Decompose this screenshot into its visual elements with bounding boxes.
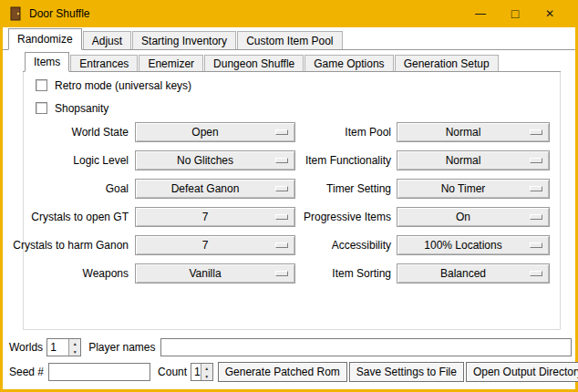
close-button[interactable]: ✕ xyxy=(532,0,567,27)
goal-value: Defeat Ganon xyxy=(171,182,240,195)
goal-label: Goal xyxy=(9,182,129,195)
progressive-items-value: On xyxy=(456,211,470,223)
dropdown-indicator-icon xyxy=(530,186,542,191)
logic-level-value: No Glitches xyxy=(177,154,233,167)
tab-generation-setup[interactable]: Generation Setup xyxy=(395,55,499,71)
tab-dungeon-shuffle[interactable]: Dungeon Shuffle xyxy=(204,55,304,71)
seed-row: Seed # Count 1 ▲ ▼ Generate Patched Rom … xyxy=(9,362,572,382)
item-pool-label: Item Pool xyxy=(256,126,391,139)
item-pool-value: Normal xyxy=(446,126,481,139)
crystals-open-gt-label: Crystals to open GT xyxy=(9,211,129,223)
weapons-value: Vanilla xyxy=(189,267,221,280)
minimize-button[interactable]: — xyxy=(463,0,498,27)
option-row: Timer Setting No Timer xyxy=(256,174,550,202)
shopsanity-label: Shopsanity xyxy=(55,102,108,115)
accessibility-label: Accessibility xyxy=(256,239,391,252)
items-pane: Retro mode (universal keys) Shopsanity W… xyxy=(23,72,561,330)
option-row: Crystals to open GT 7 xyxy=(9,202,295,231)
tab-game-options[interactable]: Game Options xyxy=(304,55,393,71)
timer-setting-value: No Timer xyxy=(441,182,486,195)
dropdown-indicator-icon xyxy=(530,242,542,248)
crystals-open-gt-value: 7 xyxy=(202,211,209,223)
logic-level-label: Logic Level xyxy=(9,154,129,167)
seed-input[interactable] xyxy=(48,363,150,381)
weapons-label: Weapons xyxy=(9,267,129,280)
timer-setting-dropdown[interactable]: No Timer xyxy=(397,179,550,199)
retro-mode-row: Retro mode (universal keys) xyxy=(36,77,191,93)
progressive-items-dropdown[interactable]: On xyxy=(397,207,550,227)
dropdown-indicator-icon xyxy=(530,271,542,276)
tab-adjust[interactable]: Adjust xyxy=(83,31,131,49)
option-row: Goal Defeat Ganon xyxy=(9,174,295,202)
seed-label: Seed # xyxy=(9,366,44,378)
item-sorting-dropdown[interactable]: Balanced xyxy=(397,263,550,284)
item-functionality-label: Item Functionality xyxy=(256,154,391,167)
item-sorting-label: Item Sorting xyxy=(256,267,391,280)
tab-enemizer[interactable]: Enemizer xyxy=(139,55,203,71)
count-value: 1 xyxy=(191,364,201,380)
window-title: Door Shuffle xyxy=(29,7,90,20)
window-content: Randomize Adjust Starting Inventory Cust… xyxy=(3,27,575,389)
option-row: Item Sorting Balanced xyxy=(256,259,550,287)
item-functionality-dropdown[interactable]: Normal xyxy=(397,150,550,170)
generate-patched-rom-button[interactable]: Generate Patched Rom xyxy=(218,362,347,382)
tab-randomize[interactable]: Randomize xyxy=(8,28,82,50)
spin-up-icon[interactable]: ▲ xyxy=(69,339,80,347)
worlds-label: Worlds xyxy=(9,341,43,354)
world-state-value: Open xyxy=(191,126,218,139)
maximize-button[interactable]: □ xyxy=(498,0,532,27)
dropdown-indicator-icon xyxy=(530,158,542,163)
timer-setting-label: Timer Setting xyxy=(256,182,391,195)
option-row: Progressive Items On xyxy=(256,202,550,231)
options-column-right: Item Pool Normal Item Functionality Norm… xyxy=(256,118,550,287)
worlds-row: Worlds 1 ▲ ▼ Player names xyxy=(9,337,572,357)
outer-tabstrip: Randomize Adjust Starting Inventory Cust… xyxy=(3,29,575,50)
save-settings-button[interactable]: Save Settings to File xyxy=(349,362,464,382)
retro-mode-label: Retro mode (universal keys) xyxy=(55,79,191,92)
options-column-left: World State Open Logic Level No Glitches xyxy=(9,118,295,287)
crystals-harm-ganon-label: Crystals to harm Ganon xyxy=(9,239,129,252)
tab-starting-inventory[interactable]: Starting Inventory xyxy=(132,31,236,49)
spin-down-icon[interactable]: ▼ xyxy=(201,372,212,380)
player-names-label: Player names xyxy=(88,341,155,354)
titlebar[interactable]: Door Shuffle — □ ✕ xyxy=(0,0,578,27)
option-row: Item Functionality Normal xyxy=(256,146,550,174)
item-pool-dropdown[interactable]: Normal xyxy=(397,122,550,142)
item-functionality-value: Normal xyxy=(446,154,481,167)
option-row: Crystals to harm Ganon 7 xyxy=(9,231,295,259)
inner-notebook: Items Entrances Enemizer Dungeon Shuffle… xyxy=(23,53,561,330)
count-label: Count xyxy=(158,366,187,378)
accessibility-dropdown[interactable]: 100% Locations xyxy=(397,235,550,255)
retro-mode-checkbox[interactable] xyxy=(36,79,47,91)
player-names-input[interactable] xyxy=(160,338,573,356)
spinbox-arrows: ▲ ▼ xyxy=(201,364,212,380)
crystals-harm-ganon-value: 7 xyxy=(202,239,209,252)
dropdown-indicator-icon xyxy=(530,214,542,220)
accessibility-value: 100% Locations xyxy=(424,239,501,252)
dropdown-indicator-icon xyxy=(530,129,542,135)
count-spinbox[interactable]: 1 ▲ ▼ xyxy=(191,363,213,381)
worlds-value: 1 xyxy=(47,339,68,356)
option-row: Item Pool Normal xyxy=(256,118,550,146)
window-controls: — □ ✕ xyxy=(463,0,567,27)
inner-tabstrip: Items Entrances Enemizer Dungeon Shuffle… xyxy=(23,53,561,72)
option-row: Logic Level No Glitches xyxy=(9,146,295,174)
option-row: Accessibility 100% Locations xyxy=(256,231,550,259)
worlds-spinbox[interactable]: 1 ▲ ▼ xyxy=(46,338,81,356)
option-row: World State Open xyxy=(9,118,295,146)
item-sorting-value: Balanced xyxy=(440,267,486,280)
open-output-directory-button[interactable]: Open Output Directory xyxy=(466,362,578,382)
app-window: Door Shuffle — □ ✕ Randomize Adjust Star… xyxy=(0,0,578,392)
tab-custom-item-pool[interactable]: Custom Item Pool xyxy=(237,31,342,49)
spinbox-arrows: ▲ ▼ xyxy=(68,339,80,356)
option-row: Weapons Vanilla xyxy=(9,259,295,287)
app-icon xyxy=(8,6,23,21)
progressive-items-label: Progressive Items xyxy=(256,211,391,223)
tab-entrances[interactable]: Entrances xyxy=(70,55,138,71)
spin-up-icon[interactable]: ▲ xyxy=(201,364,212,372)
tab-items[interactable]: Items xyxy=(25,52,69,72)
shopsanity-row: Shopsanity xyxy=(36,100,108,116)
spin-down-icon[interactable]: ▼ xyxy=(69,347,80,356)
shopsanity-checkbox[interactable] xyxy=(36,102,47,114)
world-state-label: World State xyxy=(9,126,129,139)
